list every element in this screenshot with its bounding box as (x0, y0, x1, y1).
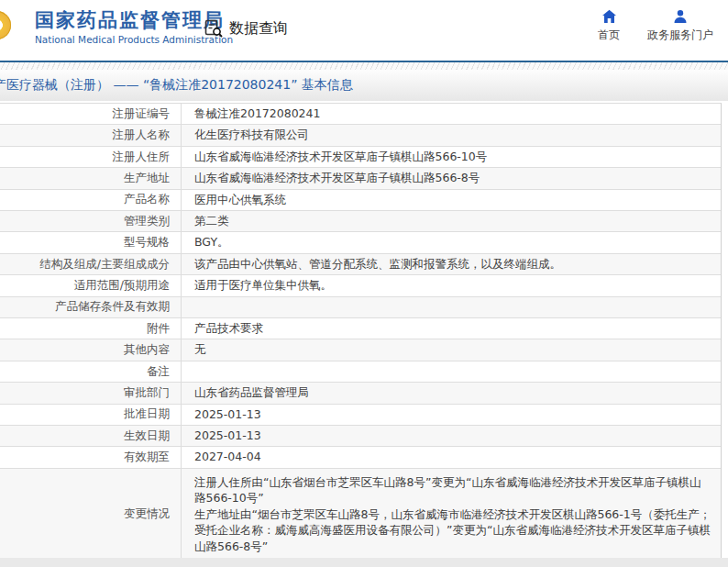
breadcrumb-bar: 产医疗器械（注册） —— “鲁械注准20172080241” 基本信息 (0, 70, 728, 101)
row-value: 产品技术要求 (182, 318, 721, 339)
info-table: 注册证编号鲁械注准20172080241注册人名称化生医疗科技有限公司注册人住所… (0, 103, 722, 558)
row-value: 2025-01-13 (182, 405, 721, 425)
row-label: 批准日期 (0, 405, 182, 425)
row-label: 备注 (0, 361, 182, 382)
row-value: 适用于医疗单位集中供氧。 (182, 275, 721, 295)
row-label: 注册证编号 (0, 104, 182, 124)
org-title-cn: 国家药品监督管理局 (35, 7, 225, 33)
data-query-section: 数据查询 (204, 18, 288, 39)
striped-band (0, 62, 728, 70)
row-label: 型号规格 (0, 232, 182, 252)
top-nav: 首页 政务服务门户 (598, 9, 713, 43)
table-row: 审批部门山东省药品监督管理局 (0, 383, 721, 404)
row-value: 2027-04-04 (182, 447, 721, 467)
row-value: 山东省药品监督管理局 (182, 383, 721, 403)
table-row: 有效期至2027-04-04 (0, 447, 721, 468)
row-label: 生效日期 (0, 426, 182, 446)
header: 国家药品监督管理局 National Medical Products Admi… (0, 0, 728, 61)
table-row: 其他内容无 (0, 339, 721, 361)
row-value: 医用中心供氧系统 (182, 190, 721, 210)
row-value: 无 (182, 339, 721, 360)
row-label: 审批部门 (0, 383, 182, 403)
table-row: 生效日期2025-01-13 (0, 426, 721, 447)
home-icon (601, 9, 617, 24)
nmpa-logo (0, 11, 11, 39)
table-row: 管理类别第二类 (0, 211, 721, 232)
row-value: 化生医疗科技有限公司 (182, 125, 721, 145)
data-query-title: 数据查询 (229, 19, 288, 39)
main-content: 注册证编号鲁械注准20172080241注册人名称化生医疗科技有限公司注册人住所… (0, 101, 728, 558)
table-row: 变更情况注册人住所由“山东省烟台市芝罘区车山路8号”变更为“山东省威海临港经济技… (0, 469, 721, 558)
row-label: 注册人住所 (0, 147, 182, 167)
row-label: 附件 (0, 318, 182, 339)
row-label: 产品名称 (0, 190, 182, 210)
table-row: 型号规格BGY。 (0, 232, 721, 253)
table-row: 注册证编号鲁械注准20172080241 (0, 104, 721, 125)
row-value: 鲁械注准20172080241 (182, 104, 721, 124)
table-row: 注册人住所山东省威海临港经济技术开发区草庙子镇棋山路566-10号 (0, 147, 721, 168)
footer-strip (0, 558, 728, 567)
table-row: 附件产品技术要求 (0, 318, 721, 339)
nav-item-gov-portal[interactable]: 政务服务门户 (647, 9, 713, 43)
data-query-icon (204, 18, 224, 39)
row-label: 适用范围/预期用途 (0, 275, 182, 295)
row-label: 生产地址 (0, 168, 182, 188)
change-line: 注册人住所由“山东省烟台市芝罘区车山路8号”变更为“山东省威海临港经济技术开发区… (194, 474, 711, 506)
row-label: 管理类别 (0, 211, 182, 231)
change-line: 生产地址由“烟台市芝罘区车山路8号，山东省威海市临港经济技术开发区棋山路566-… (194, 506, 711, 555)
table-row: 生产地址山东省威海临港经济技术开发区草庙子镇棋山路566-8号 (0, 168, 721, 189)
row-value (182, 361, 721, 382)
row-value: BGY。 (182, 232, 721, 252)
nav-label-home: 首页 (598, 28, 620, 43)
row-value: 第二类 (182, 211, 721, 231)
nav-item-home[interactable]: 首页 (598, 9, 620, 43)
breadcrumb: 产医疗器械（注册） —— “鲁械注准20172080241” 基本信息 (0, 77, 353, 94)
row-value: 注册人住所由“山东省烟台市芝罘区车山路8号”变更为“山东省威海临港经济技术开发区… (182, 469, 721, 558)
table-row: 产品名称医用中心供氧系统 (0, 190, 721, 211)
row-value: 该产品由中心供氧站、管道分配系统、监测和报警系统，以及终端组成。 (182, 254, 721, 274)
page: 国家药品监督管理局 National Medical Products Admi… (0, 0, 728, 567)
table-row: 产品储存条件及有效期 (0, 297, 721, 318)
row-value: 山东省威海临港经济技术开发区草庙子镇棋山路566-8号 (182, 168, 721, 188)
nav-label-gov-portal: 政务服务门户 (647, 28, 713, 43)
row-label: 其他内容 (0, 339, 182, 360)
row-label: 结构及组成/主要组成成分 (0, 254, 182, 274)
row-value (182, 297, 721, 317)
row-label: 有效期至 (0, 447, 182, 467)
user-icon (673, 9, 688, 24)
table-row: 结构及组成/主要组成成分该产品由中心供氧站、管道分配系统、监测和报警系统，以及终… (0, 254, 721, 275)
row-value: 2025-01-13 (182, 426, 721, 446)
row-value: 山东省威海临港经济技术开发区草庙子镇棋山路566-10号 (182, 147, 721, 167)
row-label: 变更情况 (0, 469, 182, 558)
table-row: 备注 (0, 361, 721, 383)
row-label: 产品储存条件及有效期 (0, 297, 182, 317)
table-row: 批准日期2025-01-13 (0, 405, 721, 426)
table-row: 适用范围/预期用途适用于医疗单位集中供氧。 (0, 275, 721, 296)
row-label: 注册人名称 (0, 125, 182, 145)
table-row: 注册人名称化生医疗科技有限公司 (0, 125, 721, 146)
